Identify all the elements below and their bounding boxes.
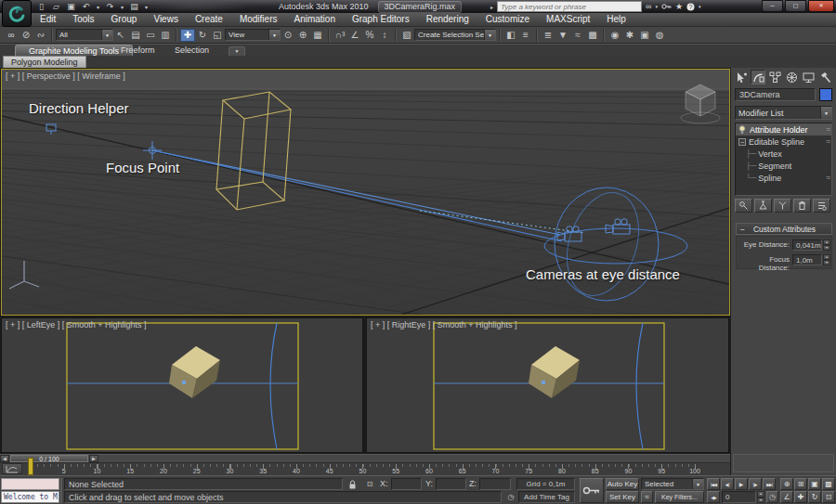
maxscript-macro-recorder[interactable]: [1, 478, 59, 490]
help-dropdown-icon[interactable]: ▾: [699, 4, 701, 9]
application-menu-button[interactable]: [2, 0, 32, 27]
help-icon[interactable]: ?: [686, 3, 695, 11]
menu-item-edit[interactable]: Edit: [32, 13, 64, 26]
selection-filter-combo[interactable]: All ▼: [56, 29, 113, 41]
modifier-stack[interactable]: Attribute Holder ≈ − Editable Spline ≈ ├…: [735, 123, 832, 196]
camera-rig[interactable]: [544, 184, 687, 305]
named-selection-set-combo[interactable]: Create Selection Se ▼: [414, 29, 496, 41]
current-frame-field[interactable]: 0: [722, 491, 756, 503]
render-production-icon[interactable]: ◍: [652, 29, 667, 42]
frame-spinner[interactable]: ▴ ▾: [757, 491, 764, 503]
key-mode-toggle-button[interactable]: ◀▶: [707, 491, 720, 503]
pan-view-icon[interactable]: ✚: [794, 491, 807, 503]
rollout-collapse-icon[interactable]: −: [740, 225, 745, 234]
viewport-perspective[interactable]: [ + ] [ Perspective ] [ Wireframe ]: [1, 69, 730, 316]
modifier-list-combo[interactable]: Modifier List ▼: [735, 106, 832, 120]
edit-named-selection-sets-icon[interactable]: ▧: [399, 29, 414, 42]
viewport-right-eye[interactable]: [ + ] [ RightEye ] [ Smooth + Highlights…: [366, 317, 729, 453]
rendered-frame-window-icon[interactable]: ▣: [637, 29, 652, 42]
select-and-move-icon[interactable]: ✚: [180, 29, 195, 42]
menu-item-rendering[interactable]: Rendering: [418, 13, 477, 26]
reference-coordinate-combo[interactable]: View ▼: [225, 29, 281, 41]
set-keys-button[interactable]: [580, 478, 604, 503]
tab-polygon-modeling[interactable]: Polygon Modeling: [3, 56, 86, 69]
time-slider-thumb[interactable]: 0 / 100: [10, 455, 88, 462]
project-folder-icon[interactable]: ▤: [128, 2, 140, 11]
select-and-rotate-icon[interactable]: ↻: [195, 29, 210, 42]
time-slider-next-button[interactable]: ▶: [89, 455, 98, 462]
object-name-field[interactable]: 3DCamera: [735, 88, 816, 101]
stack-row-vertex[interactable]: ├─ Vertex: [736, 148, 831, 160]
maxscript-mini-listener[interactable]: Welcome to M: [1, 491, 59, 503]
menu-item-animation[interactable]: Animation: [285, 13, 343, 26]
spinner-down-icon[interactable]: ▾: [823, 245, 830, 251]
next-frame-button[interactable]: |▶: [749, 478, 762, 490]
spinner-down-icon[interactable]: ▾: [757, 498, 764, 504]
rectangular-selection-region-icon[interactable]: ▭: [143, 29, 158, 42]
redo-icon[interactable]: ↷: [104, 2, 116, 11]
graphite-ribbon-toggle-icon[interactable]: ▼: [555, 29, 570, 42]
spinner-down-icon[interactable]: ▾: [823, 260, 830, 265]
material-editor-icon[interactable]: ◉: [607, 29, 622, 42]
stack-row-spline[interactable]: └─ Spline ≈: [736, 172, 831, 184]
favorites-star-icon[interactable]: ★: [675, 2, 683, 11]
open-file-icon[interactable]: ▱: [50, 2, 62, 11]
search-binoculars-icon[interactable]: ∞: [646, 2, 651, 11]
time-configuration-button[interactable]: ◷: [766, 491, 778, 503]
redo-dropdown-icon[interactable]: ▾: [119, 4, 125, 10]
mirror-icon[interactable]: ◧: [503, 29, 518, 42]
select-and-manipulate-icon[interactable]: ⊕: [295, 29, 310, 42]
close-button[interactable]: ✕: [808, 0, 834, 12]
open-mini-curve-editor-button[interactable]: [2, 463, 22, 474]
select-by-name-icon[interactable]: ▤: [128, 29, 143, 42]
align-icon[interactable]: ≡: [518, 29, 533, 42]
combo-arrow-icon[interactable]: ▼: [268, 30, 280, 40]
infocenter-collapse-icon[interactable]: ▸: [490, 4, 493, 10]
layer-manager-icon[interactable]: ≣: [541, 29, 555, 42]
lightbulb-icon[interactable]: [738, 125, 746, 135]
play-button[interactable]: ▶: [735, 478, 748, 490]
zoom-extents-icon[interactable]: ▣: [808, 478, 821, 490]
focus-distance-field[interactable]: 1,0m: [792, 254, 822, 265]
minimize-button[interactable]: ─: [762, 0, 783, 12]
snaps-toggle-icon[interactable]: ∩³: [333, 29, 347, 42]
auto-key-button[interactable]: Auto Key: [606, 478, 639, 490]
stereo-box[interactable]: [529, 346, 580, 398]
keyboard-shortcut-override-icon[interactable]: ▦: [310, 29, 325, 42]
zoom-extents-all-icon[interactable]: ▩: [822, 478, 835, 490]
track-bar[interactable]: 0510152025303540455055606570758085909510…: [0, 462, 730, 475]
menu-item-tools[interactable]: Tools: [64, 13, 102, 26]
menu-item-create[interactable]: Create: [187, 13, 231, 26]
viewport-label-left-eye[interactable]: [ + ] [ LeftEye ] [ Smooth + Highlights …: [6, 320, 147, 330]
stereo-box[interactable]: [169, 346, 220, 398]
timeline-playhead[interactable]: [28, 458, 33, 475]
search-dropdown-icon[interactable]: ▾: [655, 4, 658, 9]
eye-distance-field[interactable]: 0,041m: [792, 239, 822, 251]
tab-display[interactable]: [801, 70, 816, 84]
menu-item-group[interactable]: Group: [103, 13, 146, 26]
new-scene-icon[interactable]: ▯: [35, 2, 47, 11]
eye-distance-spinner[interactable]: ▴ ▾: [823, 239, 830, 251]
tab-modify[interactable]: [751, 70, 765, 84]
show-end-result-icon[interactable]: [754, 199, 772, 213]
spinner-snap-icon[interactable]: ↕: [377, 29, 392, 42]
menu-item-modifiers[interactable]: Modifiers: [231, 13, 286, 26]
default-in-out-tangent-icon[interactable]: ≈: [641, 491, 653, 503]
field-of-view-icon[interactable]: ∠: [780, 491, 793, 503]
menu-item-customize[interactable]: Customize: [477, 13, 538, 26]
y-coordinate-field[interactable]: [436, 478, 466, 490]
window-crossing-icon[interactable]: ▥: [158, 29, 173, 42]
maximize-viewport-toggle-icon[interactable]: ⊡: [822, 491, 835, 503]
key-filters-button[interactable]: Key Filters...: [655, 491, 704, 503]
render-setup-icon[interactable]: ✱: [622, 29, 637, 42]
selection-lock-icon[interactable]: [346, 478, 359, 490]
arc-rotate-icon[interactable]: ↻: [808, 491, 821, 503]
schematic-view-icon[interactable]: ▩: [585, 29, 600, 42]
viewcube[interactable]: [681, 84, 720, 123]
combo-arrow-icon[interactable]: ▼: [484, 30, 495, 40]
angle-snap-icon[interactable]: ∠: [347, 29, 362, 42]
time-slider-prev-button[interactable]: ◀: [0, 455, 9, 462]
focus-distance-spinner[interactable]: ▴ ▾: [823, 254, 830, 265]
key-mode-combo[interactable]: Selected ▼: [641, 478, 704, 490]
go-to-end-button[interactable]: ▶▶|: [763, 478, 776, 490]
